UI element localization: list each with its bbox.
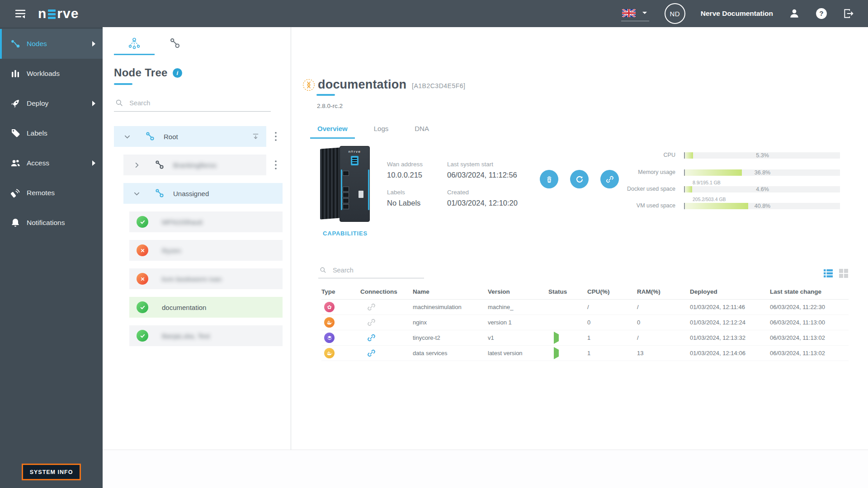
- codesys-workload-icon: ✿: [324, 302, 335, 312]
- vm-usage-gb: 205.2/503.4 GB: [693, 197, 849, 202]
- gauge-vm: VM used space 40.8%: [607, 202, 849, 209]
- chevron-down-icon[interactable]: [133, 190, 141, 197]
- sidebar-item-notifications[interactable]: Notifications: [0, 208, 103, 238]
- node-tree-panel: Node Tree i Root Bran: [103, 27, 291, 450]
- branch-icon: [169, 37, 181, 50]
- sidebar-item-nodes[interactable]: Nodes: [0, 29, 103, 59]
- menu-collapse-icon[interactable]: [14, 8, 26, 19]
- status-running-icon: [554, 347, 559, 359]
- nerve-app: nrve ND Nerve Documentation ?: [0, 0, 868, 488]
- language-selector[interactable]: [621, 6, 649, 21]
- tree-node[interactable]: Ryzen: [129, 240, 283, 261]
- logo-n: n: [38, 6, 47, 21]
- chevron-down-icon: [642, 11, 647, 15]
- sidebar-item-deploy[interactable]: Deploy: [0, 89, 103, 118]
- tree-node-documentation-selected[interactable]: documentation: [129, 297, 283, 318]
- tab-node-tree-view[interactable]: [114, 33, 155, 55]
- chevron-down-icon[interactable]: [124, 133, 131, 140]
- rocket-icon: [10, 98, 21, 109]
- tab-logs[interactable]: Logs: [367, 120, 396, 139]
- tree-group-child[interactable]: Brankingfieros: [123, 155, 266, 175]
- branch-icon: [154, 160, 165, 170]
- field-created: Created 01/03/2024, 12:10:20: [447, 189, 565, 207]
- sidebar-item-access[interactable]: Access: [0, 148, 103, 178]
- tab-overview[interactable]: Overview: [310, 120, 355, 139]
- kebab-menu-icon[interactable]: [272, 157, 279, 173]
- nodes-icon: [10, 38, 21, 49]
- status-error-icon: [137, 244, 148, 256]
- workloads-table: Type Connections Name Version Status CPU…: [321, 288, 849, 361]
- resource-gauges: CPU 5.3% Memory usage 36.8% 8.9/195.1 GB…: [607, 152, 849, 209]
- connection-link-icon[interactable]: [367, 318, 376, 327]
- kebab-menu-icon[interactable]: [272, 129, 279, 144]
- panel-title: Node Tree: [114, 66, 168, 79]
- remote-icon: [10, 188, 21, 198]
- user-profile-icon[interactable]: [788, 8, 800, 19]
- title-accent-line: [316, 94, 335, 96]
- chevron-right-icon[interactable]: [133, 162, 141, 169]
- sidebar-item-workloads[interactable]: Workloads: [0, 59, 103, 89]
- status-error-icon: [137, 273, 148, 285]
- tab-node-list-view[interactable]: [155, 33, 195, 55]
- system-info-button[interactable]: SYSTEM INFO: [22, 464, 81, 480]
- workloads-icon: [10, 68, 21, 79]
- branch-icon: [154, 188, 165, 199]
- node-tree: Root Brankingfieros Unassigned: [103, 126, 291, 346]
- tree-search-input[interactable]: [129, 99, 271, 107]
- tree-group-unassigned[interactable]: Unassigned: [123, 183, 283, 204]
- node-detail: documentation [A1B2C3D4E5F6] 2.8.0-rc.2 …: [291, 27, 868, 450]
- capabilities-link[interactable]: CAPABILITIES: [323, 230, 368, 237]
- avatar[interactable]: ND: [665, 3, 685, 24]
- tab-dna[interactable]: DNA: [407, 120, 436, 139]
- uk-flag-icon: [622, 9, 636, 17]
- title-accent-line: [114, 83, 132, 85]
- tree-node[interactable]: BanjaLuka, Test: [129, 325, 283, 346]
- status-running-icon: [554, 332, 559, 344]
- nerve-logo: nrve: [38, 6, 79, 21]
- workload-row-tinycore-t2[interactable]: tinycore-t2 v1 1 / 01/03/2024, 12:13:32 …: [321, 330, 849, 346]
- search-icon: [320, 266, 326, 274]
- workload-row-machinesimulation[interactable]: ✿ machinesimulation machine_ / / 01/03/2…: [321, 300, 849, 315]
- overview-section: n≡rve Wan address 10.0.0.215 Last system…: [320, 146, 849, 224]
- hierarchy-icon: [127, 37, 141, 50]
- docker-workload-icon: [324, 317, 335, 328]
- connection-link-icon[interactable]: [367, 333, 376, 343]
- reboot-icon: [575, 175, 584, 184]
- node-fields: Wan address 10.0.0.215 Last system start…: [387, 161, 565, 207]
- device-image: n≡rve: [320, 146, 371, 222]
- delete-node-button[interactable]: [540, 170, 558, 188]
- reboot-node-button[interactable]: [570, 170, 589, 188]
- sidebar-item-remotes[interactable]: Remotes: [0, 178, 103, 208]
- grid-view-icon[interactable]: [839, 268, 849, 278]
- svg-text:?: ?: [819, 9, 823, 17]
- logout-icon[interactable]: [843, 8, 854, 19]
- help-icon[interactable]: ?: [816, 8, 827, 19]
- field-wan-address: Wan address 10.0.0.215: [387, 161, 447, 179]
- gauge-memory: Memory usage 36.8%: [607, 169, 849, 176]
- node-version: 2.8.0-rc.2: [317, 103, 868, 109]
- table-header: Type Connections Name Version Status CPU…: [321, 288, 849, 300]
- tree-group-root[interactable]: Root: [114, 126, 266, 147]
- connection-link-icon[interactable]: [367, 302, 376, 312]
- node-serial: [A1B2C3D4E5F6]: [412, 82, 465, 89]
- info-icon[interactable]: i: [173, 68, 182, 78]
- workloads-search-input[interactable]: [333, 267, 424, 274]
- chevron-right-icon: [92, 100, 96, 107]
- gauge-cpu: CPU 5.3%: [607, 152, 849, 159]
- footer-strip: [103, 450, 868, 488]
- search-icon: [115, 99, 123, 107]
- vm-workload-icon: [324, 333, 335, 343]
- connection-link-icon[interactable]: [367, 348, 376, 358]
- view-toggles: [823, 268, 849, 278]
- sidebar-item-labels[interactable]: Labels: [0, 118, 103, 148]
- list-view-icon[interactable]: [823, 268, 833, 278]
- workload-row-nginx[interactable]: nginx version 1 0 0 01/03/2024, 12:12:24…: [321, 315, 849, 330]
- collapse-all-icon[interactable]: [251, 132, 260, 141]
- logo-e-bars-icon: [48, 9, 56, 19]
- tree-node[interactable]: MFN100hauti: [129, 211, 283, 232]
- workload-row-data-services[interactable]: data services latest version 1 13 01/03/…: [321, 346, 849, 361]
- status-ok-icon: [137, 301, 148, 313]
- sidebar: Nodes Workloads Deploy Labels: [0, 27, 103, 488]
- docker-compose-workload-icon: [324, 348, 335, 358]
- tree-node[interactable]: kvm bookworm ivan: [129, 268, 283, 289]
